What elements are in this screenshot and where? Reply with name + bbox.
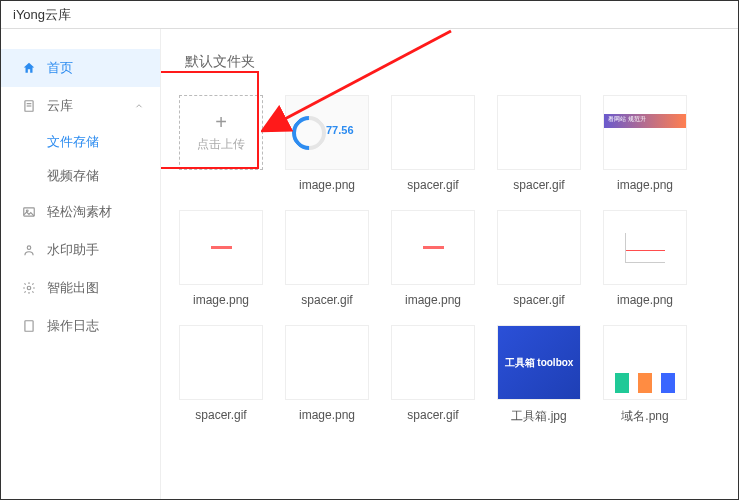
thumbnail	[497, 95, 581, 170]
plus-icon: +	[215, 112, 227, 132]
file-name: 域名.png	[621, 408, 668, 425]
thumbnail: 看网站 规范升	[603, 95, 687, 170]
svg-point-6	[27, 286, 31, 290]
file-name: image.png	[617, 178, 673, 192]
thumbnail	[285, 210, 369, 285]
nav-label: 云库	[47, 97, 73, 115]
image-icon	[21, 204, 37, 220]
sidebar: 首页 云库 文件存储 视频存储 轻松淘素材	[1, 29, 161, 499]
file-cell[interactable]: spacer.gif	[497, 95, 581, 192]
chevron-up-icon	[134, 99, 144, 114]
nav-label: 水印助手	[47, 241, 99, 259]
window-title: iYong云库	[13, 6, 71, 24]
thumbnail	[603, 325, 687, 400]
cloud-submenu: 文件存储 视频存储	[1, 125, 160, 193]
thumbnail	[497, 210, 581, 285]
file-cell[interactable]: spacer.gif	[497, 210, 581, 307]
nav-watermark[interactable]: 水印助手	[1, 231, 160, 269]
thumbnail	[603, 210, 687, 285]
file-cell[interactable]: 77.56 image.png	[285, 95, 369, 192]
nav-label: 操作日志	[47, 317, 99, 335]
file-cell[interactable]: image.png	[391, 210, 475, 307]
file-cell[interactable]: image.png	[179, 210, 263, 307]
file-cell[interactable]: image.png	[603, 210, 687, 307]
donut-value: 77.56	[326, 124, 354, 136]
file-name: spacer.gif	[407, 178, 458, 192]
nav-label: 轻松淘素材	[47, 203, 112, 221]
thumbnail	[391, 210, 475, 285]
sub-file-storage[interactable]: 文件存储	[47, 125, 160, 159]
file-name: 工具箱.jpg	[511, 408, 566, 425]
file-name: image.png	[299, 408, 355, 422]
thumbnail: 77.56	[285, 95, 369, 170]
file-name: image.png	[299, 178, 355, 192]
nav-smart-export[interactable]: 智能出图	[1, 269, 160, 307]
thumbnail	[179, 325, 263, 400]
sub-video-storage[interactable]: 视频存储	[47, 159, 160, 193]
thumbnail	[391, 325, 475, 400]
nav-label: 智能出图	[47, 279, 99, 297]
thumbnail	[391, 95, 475, 170]
upload-cell: + 点击上传	[179, 95, 263, 192]
file-cell[interactable]: 看网站 规范升 image.png	[603, 95, 687, 192]
body-area: 首页 云库 文件存储 视频存储 轻松淘素材	[1, 29, 738, 499]
file-cell[interactable]: spacer.gif	[285, 210, 369, 307]
user-icon	[21, 242, 37, 258]
file-grid: + 点击上传 77.56 image.png spacer.gif	[179, 95, 720, 425]
file-cell[interactable]: image.png	[285, 325, 369, 425]
file-cell[interactable]: spacer.gif	[391, 95, 475, 192]
file-name: spacer.gif	[513, 293, 564, 307]
nav-label: 首页	[47, 59, 73, 77]
file-cell[interactable]: 域名.png	[603, 325, 687, 425]
file-name: spacer.gif	[195, 408, 246, 422]
svg-rect-7	[25, 321, 33, 332]
thumb-text: 看网站 规范升	[604, 114, 686, 128]
svg-point-5	[27, 246, 31, 250]
upload-label: 点击上传	[197, 136, 245, 153]
titlebar: iYong云库	[1, 1, 738, 29]
thumbnail: 工具箱 toolbox	[497, 325, 581, 400]
log-icon	[21, 318, 37, 334]
folder-title: 默认文件夹	[185, 53, 720, 71]
file-name: spacer.gif	[407, 408, 458, 422]
main-content: 默认文件夹 + 点击上传 77.56 image.png	[161, 29, 738, 499]
file-name: image.png	[405, 293, 461, 307]
file-cell[interactable]: 工具箱 toolbox 工具箱.jpg	[497, 325, 581, 425]
thumbnail	[285, 325, 369, 400]
file-name: image.png	[193, 293, 249, 307]
document-icon	[21, 98, 37, 114]
app-window: iYong云库 首页 云库 文件存储 视频存储	[0, 0, 739, 500]
file-name: image.png	[617, 293, 673, 307]
file-name: spacer.gif	[301, 293, 352, 307]
nav-home[interactable]: 首页	[1, 49, 160, 87]
nav-materials[interactable]: 轻松淘素材	[1, 193, 160, 231]
thumb-text: 工具箱 toolbox	[505, 356, 574, 370]
thumbnail	[179, 210, 263, 285]
nav-logs[interactable]: 操作日志	[1, 307, 160, 345]
gear-icon	[21, 280, 37, 296]
file-cell[interactable]: spacer.gif	[391, 325, 475, 425]
file-cell[interactable]: spacer.gif	[179, 325, 263, 425]
upload-button[interactable]: + 点击上传	[179, 95, 263, 170]
file-name: spacer.gif	[513, 178, 564, 192]
nav-cloud[interactable]: 云库	[1, 87, 160, 125]
home-icon	[21, 60, 37, 76]
